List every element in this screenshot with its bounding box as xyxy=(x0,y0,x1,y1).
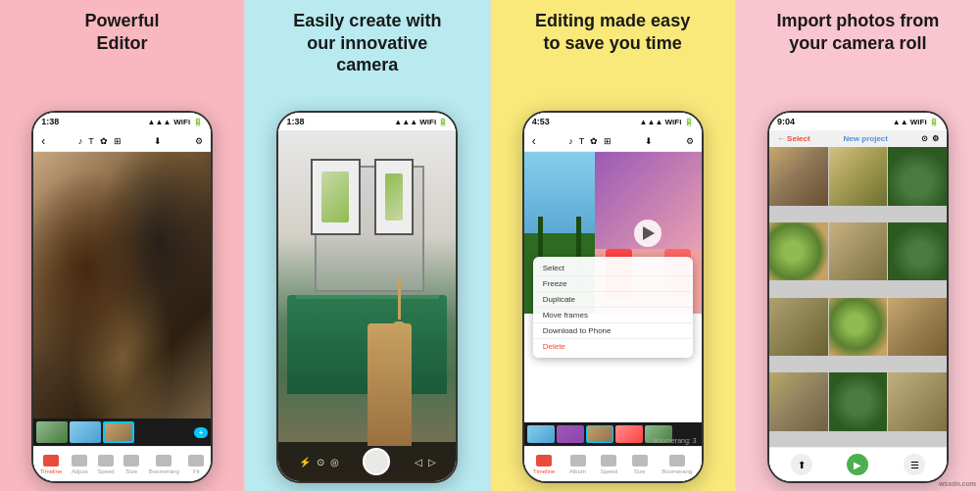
filter-icon[interactable]: ◎ xyxy=(330,457,339,467)
menu-freeze[interactable]: Freeze xyxy=(533,276,693,292)
back-icon-3[interactable]: ‹ xyxy=(532,134,536,148)
nav-timeline[interactable]: Timeline xyxy=(40,455,62,474)
nav-speed-3[interactable]: Speed xyxy=(601,455,617,474)
gallery-cell-6[interactable] xyxy=(888,222,947,281)
nav-fit-label: Fit xyxy=(193,468,200,474)
phone-screen-4: 9:04 ▲▲ WiFi 🔋 ← Select New project ⊙ ⚙ xyxy=(769,113,947,481)
vase xyxy=(388,321,410,379)
shutter-button[interactable] xyxy=(363,448,390,475)
upload-icon-btn[interactable]: ⬆ xyxy=(791,454,812,475)
text-icon-3[interactable]: T xyxy=(579,136,585,146)
music-icon-1[interactable]: ♪ xyxy=(78,136,83,146)
nav-boomerang-label: Boomerang xyxy=(149,468,179,474)
nav-size-3[interactable]: Size xyxy=(632,455,648,474)
phone-screen-2: 1:38 ▲▲▲ WiFi 🔋 xyxy=(278,113,456,481)
grid-icon-3[interactable]: ⊞ xyxy=(604,136,612,146)
download-icon-1[interactable]: ⬇ xyxy=(154,136,162,146)
gallery-cell-2[interactable] xyxy=(829,147,888,206)
status-bar-1: 1:38 ▲▲▲ WiFi 🔋 xyxy=(33,113,211,130)
next-icon[interactable]: ▷ xyxy=(428,457,436,467)
nav-speed[interactable]: Speed xyxy=(97,455,114,474)
play-button[interactable] xyxy=(634,220,662,247)
phone-mockup-4: 9:04 ▲▲ WiFi 🔋 ← Select New project ⊙ ⚙ xyxy=(767,111,949,483)
nav-boomerang-3[interactable]: Boomerang xyxy=(662,455,692,474)
bottom-nav-1: Timeline Adjust Speed Size xyxy=(33,446,211,481)
gallery-cell-10[interactable] xyxy=(769,372,828,431)
gallery-cell-3[interactable] xyxy=(888,147,947,206)
play-btn-4[interactable]: ▶ xyxy=(847,454,868,475)
menu-select[interactable]: Select xyxy=(533,261,693,276)
settings-icon-3[interactable]: ⚙ xyxy=(686,136,694,146)
menu-duplicate[interactable]: Duplicate xyxy=(533,292,693,308)
boomerang-icon xyxy=(156,455,172,466)
crop-icon-1[interactable]: ⊞ xyxy=(114,136,122,146)
back-icon-1[interactable]: ‹ xyxy=(41,134,45,148)
nav-boomerang-label-3: Boomerang xyxy=(662,468,692,474)
timeline-icon-3 xyxy=(536,455,552,466)
prev-icon[interactable]: ◁ xyxy=(415,457,422,467)
gallery-cell-7[interactable] xyxy=(769,298,828,357)
download-icon-3[interactable]: ⬇ xyxy=(645,136,653,146)
status-time-4: 9:04 xyxy=(777,117,795,126)
size-icon-3 xyxy=(632,455,648,466)
camera-controls: ⚡ ⊙ ◎ ◁ ▷ xyxy=(278,442,456,481)
add-badge-1[interactable]: + xyxy=(194,427,208,438)
gallery-cell-5[interactable] xyxy=(829,222,888,281)
gallery-gear-icon[interactable]: ⚙ xyxy=(932,134,939,143)
new-project-btn[interactable]: New project xyxy=(844,134,888,143)
food-img-2 xyxy=(829,298,888,357)
nav-fit[interactable]: Fit xyxy=(188,455,204,474)
music-icon-3[interactable]: ♪ xyxy=(568,136,573,146)
settings-icon-1[interactable]: ⚙ xyxy=(195,136,203,146)
nav-size[interactable]: Size xyxy=(123,455,139,474)
room-image: ⚡ ⊙ ◎ ◁ ▷ xyxy=(278,130,456,481)
gallery-cell-1[interactable] xyxy=(769,147,828,206)
menu-delete[interactable]: Delete xyxy=(533,339,693,354)
avocado-img-2 xyxy=(888,222,947,281)
context-menu: Select Freeze Duplicate Move frames Down… xyxy=(533,257,693,358)
text-icon-1[interactable]: T xyxy=(88,136,94,146)
timer-icon[interactable]: ⊙ xyxy=(317,457,324,467)
panel-editor: PowerfulEditor 1:38 ▲▲▲ WiFi 🔋 ‹ ♪ xyxy=(0,0,244,491)
sticker-icon-1[interactable]: ✿ xyxy=(100,136,108,146)
gallery-cell-11[interactable] xyxy=(829,372,888,431)
art-leaf-1 xyxy=(321,172,349,222)
nav-timeline-label: Timeline xyxy=(40,468,62,474)
thumb-3b xyxy=(557,425,584,443)
nav-boomerang[interactable]: Boomerang xyxy=(149,455,179,474)
boomerang-icon-3 xyxy=(669,455,685,466)
select-btn[interactable]: ← Select xyxy=(777,134,810,143)
gallery-cell-4[interactable] xyxy=(769,222,828,281)
menu-download[interactable]: Download to Phone xyxy=(533,323,693,339)
nav-timeline-3[interactable]: Timeline xyxy=(533,455,555,474)
gallery-cell-8[interactable] xyxy=(829,298,888,357)
camera-right-controls: ◁ ▷ xyxy=(415,457,436,467)
menu-move-frames[interactable]: Move frames xyxy=(533,308,693,323)
status-icons-3: ▲▲▲ WiFi 🔋 xyxy=(640,118,694,126)
phone-screen-3: 4:53 ▲▲▲ WiFi 🔋 ‹ ♪ T ✿ ⊞ ⬇ ⚙ xyxy=(524,113,702,481)
gallery-settings-icon[interactable]: ⊙ xyxy=(921,134,928,143)
panel-2-title: Easily create withour innovativecamera xyxy=(277,0,457,84)
toolbar-icons-1: ♪ T ✿ ⊞ xyxy=(78,136,122,146)
speed-icon xyxy=(98,455,114,466)
status-time-2: 1:38 xyxy=(286,117,304,126)
nav-album-3[interactable]: Album xyxy=(569,455,586,474)
sticker-icon-3[interactable]: ✿ xyxy=(590,136,598,146)
status-bar-2: 1:38 ▲▲▲ WiFi 🔋 xyxy=(278,113,456,130)
gallery-cell-9[interactable] xyxy=(888,298,947,357)
gallery-grid xyxy=(769,147,947,447)
panel-4-title: Import photos fromyour camera roll xyxy=(760,0,955,62)
status-icons-2: ▲▲▲ WiFi 🔋 xyxy=(394,118,448,126)
wall-art-2 xyxy=(374,159,414,236)
status-time-1: 1:38 xyxy=(41,117,59,126)
flash-icon[interactable]: ⚡ xyxy=(299,457,311,467)
toolbar-1: ‹ ♪ T ✿ ⊞ ⬇ ⚙ xyxy=(33,130,211,152)
menu-btn-4[interactable]: ☰ xyxy=(904,454,925,475)
panel-3-content: 4:53 ▲▲▲ WiFi 🔋 ‹ ♪ T ✿ ⊞ ⬇ ⚙ xyxy=(491,62,735,491)
gallery-cell-12[interactable] xyxy=(888,372,947,431)
nav-speed-label-3: Speed xyxy=(601,468,617,474)
nav-adjust-label: Adjust xyxy=(72,468,88,474)
status-bar-3: 4:53 ▲▲▲ WiFi 🔋 xyxy=(524,113,702,130)
wall-art-1 xyxy=(311,159,361,236)
nav-adjust[interactable]: Adjust xyxy=(72,455,88,474)
